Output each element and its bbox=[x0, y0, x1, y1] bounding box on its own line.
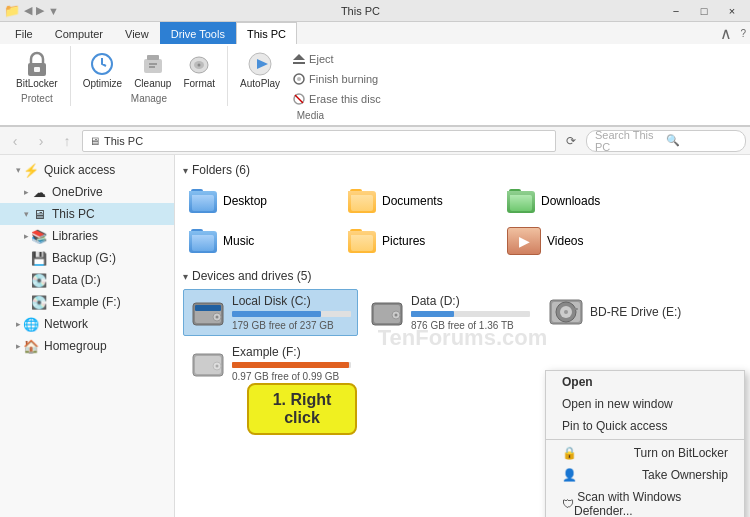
drive-c[interactable]: Local Disk (C:) 179 GB free of 237 GB bbox=[183, 289, 358, 336]
svg-rect-1 bbox=[34, 67, 40, 72]
window-controls[interactable]: − □ × bbox=[662, 0, 746, 22]
devices-section-title: ▾ Devices and drives (5) bbox=[183, 269, 742, 283]
sidebar-item-data-d[interactable]: ▸ 💽 Data (D:) bbox=[0, 269, 174, 291]
optimize-button[interactable]: Optimize bbox=[79, 48, 126, 91]
sidebar-item-this-pc[interactable]: ▾ 🖥 This PC bbox=[0, 203, 174, 225]
ownership-ctx-icon: 👤 bbox=[562, 468, 577, 482]
sidebar-item-quick-access[interactable]: ▾ ⚡ Quick access bbox=[0, 159, 174, 181]
svg-rect-13 bbox=[293, 62, 305, 64]
backup-g-icon: 💾 bbox=[31, 250, 47, 266]
folder-desktop[interactable]: Desktop bbox=[183, 183, 338, 219]
finish-burning-button[interactable]: Finish burning bbox=[288, 70, 385, 88]
drive-d[interactable]: Data (D:) 876 GB free of 1.36 TB bbox=[362, 289, 537, 336]
sidebar-item-example-f[interactable]: ▸ 💽 Example (F:) bbox=[0, 291, 174, 313]
maximize-button[interactable]: □ bbox=[690, 0, 718, 22]
address-bar[interactable]: 🖥 This PC bbox=[82, 130, 556, 152]
cleanup-icon bbox=[139, 50, 167, 78]
folder-documents[interactable]: Documents bbox=[342, 183, 497, 219]
data-d-icon: 💽 bbox=[31, 272, 47, 288]
close-button[interactable]: × bbox=[718, 0, 746, 22]
folder-videos[interactable]: ▶ Videos bbox=[501, 223, 656, 259]
drive-d-name: Data (D:) bbox=[411, 294, 530, 308]
svg-line-17 bbox=[295, 95, 303, 103]
ctx-pin-quick-access[interactable]: Pin to Quick access bbox=[546, 415, 744, 437]
videos-folder-icon: ▶ bbox=[507, 227, 541, 255]
ctx-take-ownership[interactable]: 👤 Take Ownership bbox=[546, 464, 744, 486]
downloads-folder-icon bbox=[507, 189, 535, 213]
tab-view[interactable]: View bbox=[114, 22, 160, 44]
autoplay-button[interactable]: AutoPlay bbox=[236, 48, 284, 108]
optimize-label: Optimize bbox=[83, 78, 122, 89]
erase-disc-button[interactable]: Erase this disc bbox=[288, 90, 385, 108]
sidebar-item-libraries[interactable]: ▸ 📚 Libraries bbox=[0, 225, 174, 247]
main-layout: ▾ ⚡ Quick access ▸ ☁ OneDrive ▾ 🖥 This P… bbox=[0, 155, 750, 517]
sidebar-item-backup-g[interactable]: ▸ 💾 Backup (G:) bbox=[0, 247, 174, 269]
ctx-turn-on-bitlocker[interactable]: 🔒 Turn on BitLocker bbox=[546, 442, 744, 464]
tab-file[interactable]: File bbox=[4, 22, 44, 44]
homegroup-icon: 🏠 bbox=[23, 338, 39, 354]
autoplay-icon bbox=[246, 50, 274, 78]
devices-title-text: Devices and drives (5) bbox=[192, 269, 311, 283]
folder-pictures[interactable]: Pictures bbox=[342, 223, 497, 259]
bitlocker-label: BitLocker bbox=[16, 78, 58, 89]
folders-title-text: Folders (6) bbox=[192, 163, 250, 177]
svg-point-15 bbox=[297, 77, 301, 81]
bitlocker-button[interactable]: BitLocker bbox=[12, 48, 62, 91]
music-folder-name: Music bbox=[223, 234, 254, 248]
downloads-folder-name: Downloads bbox=[541, 194, 600, 208]
ctx-open[interactable]: Open bbox=[546, 371, 744, 393]
sidebar-item-homegroup[interactable]: ▸ 🏠 Homegroup bbox=[0, 335, 174, 357]
folder-music[interactable]: Music bbox=[183, 223, 338, 259]
desktop-folder-icon bbox=[189, 189, 217, 213]
protect-group-label: Protect bbox=[21, 93, 53, 104]
ribbon-group-manage: Optimize Cleanup bbox=[71, 46, 228, 106]
forward-button[interactable]: › bbox=[30, 130, 52, 152]
libraries-icon: 📚 bbox=[31, 228, 47, 244]
bitlocker-ctx-icon: 🔒 bbox=[562, 446, 577, 460]
drive-d-free: 876 GB free of 1.36 TB bbox=[411, 320, 530, 331]
minimize-button[interactable]: − bbox=[662, 0, 690, 22]
folder-downloads[interactable]: Downloads bbox=[501, 183, 656, 219]
folders-section-title: ▾ Folders (6) bbox=[183, 163, 742, 177]
devices-expand-arrow[interactable]: ▾ bbox=[183, 271, 188, 282]
help-icon[interactable]: ? bbox=[736, 22, 750, 44]
optimize-icon bbox=[88, 50, 116, 78]
eject-label: Eject bbox=[309, 53, 333, 65]
address-text: This PC bbox=[104, 135, 143, 147]
bitlocker-icon bbox=[23, 50, 51, 78]
ctx-scan-defender[interactable]: 🛡 Scan with Windows Defender... bbox=[546, 486, 744, 517]
sidebar-item-network[interactable]: ▸ 🌐 Network bbox=[0, 313, 174, 335]
toolbar: ‹ › ↑ 🖥 This PC ⟳ Search This PC 🔍 bbox=[0, 127, 750, 155]
refresh-button[interactable]: ⟳ bbox=[560, 130, 582, 152]
tab-drive-tools[interactable]: Drive Tools bbox=[160, 22, 236, 44]
eject-button[interactable]: Eject bbox=[288, 50, 385, 68]
music-folder-icon bbox=[189, 229, 217, 253]
tab-this-pc[interactable]: This PC bbox=[236, 22, 297, 44]
ctx-open-new-window[interactable]: Open in new window bbox=[546, 393, 744, 415]
svg-point-22 bbox=[216, 315, 219, 318]
ribbon-group-media: AutoPlay Eject Finish burning Erase this… bbox=[228, 46, 393, 123]
ribbon-tabs: File Computer View Drive Tools This PC ∧… bbox=[0, 22, 750, 44]
onedrive-icon: ☁ bbox=[31, 184, 47, 200]
tab-computer[interactable]: Computer bbox=[44, 22, 114, 44]
data-d-label: Data (D:) bbox=[52, 273, 101, 287]
sidebar-item-onedrive[interactable]: ▸ ☁ OneDrive bbox=[0, 181, 174, 203]
ribbon-expand-icon[interactable]: ∧ bbox=[716, 22, 736, 44]
videos-folder-name: Videos bbox=[547, 234, 583, 248]
search-placeholder: Search This PC bbox=[595, 129, 666, 153]
drive-e[interactable]: BD-RE Drive (E:) bbox=[541, 289, 716, 336]
up-button[interactable]: ↑ bbox=[56, 130, 78, 152]
drive-f-progress bbox=[232, 362, 351, 368]
media-small-items: Eject Finish burning Erase this disc bbox=[288, 48, 385, 108]
network-icon: 🌐 bbox=[23, 316, 39, 332]
format-button[interactable]: Format bbox=[179, 48, 219, 91]
drive-f[interactable]: Example (F:) 0.97 GB free of 0.99 GB bbox=[183, 340, 358, 387]
search-bar[interactable]: Search This PC 🔍 bbox=[586, 130, 746, 152]
sidebar: ▾ ⚡ Quick access ▸ ☁ OneDrive ▾ 🖥 This P… bbox=[0, 155, 175, 517]
libraries-label: Libraries bbox=[52, 229, 98, 243]
documents-folder-name: Documents bbox=[382, 194, 443, 208]
folders-expand-arrow[interactable]: ▾ bbox=[183, 165, 188, 176]
drive-d-info: Data (D:) 876 GB free of 1.36 TB bbox=[411, 294, 530, 331]
back-button[interactable]: ‹ bbox=[4, 130, 26, 152]
cleanup-button[interactable]: Cleanup bbox=[130, 48, 175, 91]
